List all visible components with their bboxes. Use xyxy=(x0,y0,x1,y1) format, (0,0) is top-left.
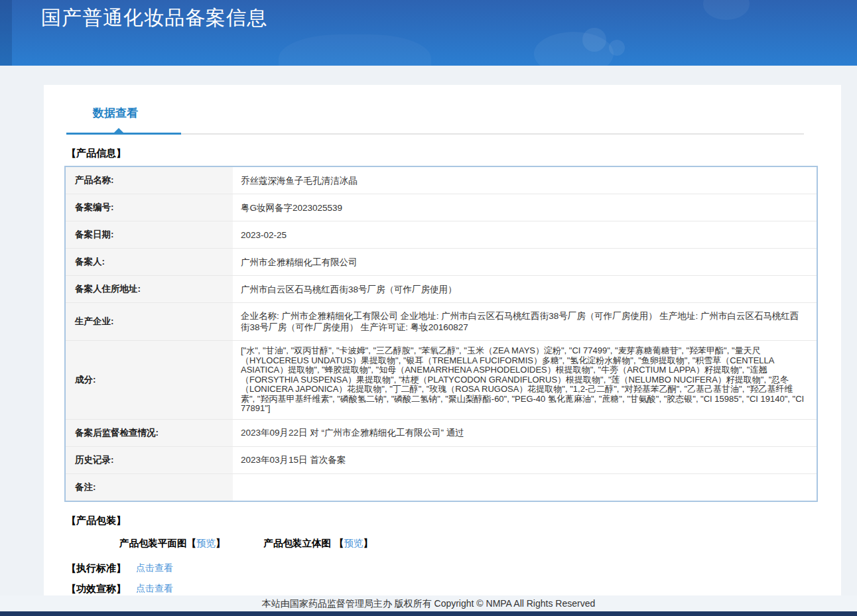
row-product-name: 产品名称: 乔丝蔻深海鱼子毛孔清洁冰晶 xyxy=(65,166,817,194)
field-label: 成分: xyxy=(65,341,233,420)
tab-divider-line xyxy=(66,133,804,135)
row-filer: 备案人: 广州市企雅精细化工有限公司 xyxy=(65,249,817,276)
field-label: 备案编号: xyxy=(65,194,233,221)
tab-bar: 数据查看 xyxy=(44,85,841,135)
packaging-stereo-preview-link[interactable]: 【预览】 xyxy=(334,538,373,548)
standard-section-title: 【执行标准】 xyxy=(66,562,126,575)
packaging-flat-item: 产品包装平面图【预览】 xyxy=(119,537,226,550)
field-value: ["水", "甘油", "双丙甘醇", "卡波姆", "三乙醇胺", "苯氧乙醇… xyxy=(233,341,817,420)
row-filing-number: 备案编号: 粤G妆网备字2023025539 xyxy=(65,194,817,221)
efficacy-click-view-link[interactable]: 点击查看 xyxy=(136,583,173,595)
header-left-band-decoration xyxy=(0,0,12,66)
field-label: 备注: xyxy=(65,473,233,501)
field-value: 企业名称: 广州市企雅精细化工有限公司 企业地址: 广州市白云区石马桃红西街38… xyxy=(233,303,817,341)
bracket-close: 】 xyxy=(216,538,226,548)
bracket-open: 【 xyxy=(334,538,344,548)
header-decoration xyxy=(582,28,606,52)
field-label: 历史记录: xyxy=(65,446,233,473)
packaging-stereo-label: 产品包装立体图 xyxy=(264,538,332,548)
packaging-stereo-item: 产品包装立体图【预览】 xyxy=(264,537,373,550)
page-title: 国产普通化妆品备案信息 xyxy=(41,5,267,32)
field-label: 备案后监督检查情况: xyxy=(65,419,233,446)
preview-link-text: 预览 xyxy=(196,538,216,548)
packaging-flat-preview-link[interactable]: 【预览】 xyxy=(187,538,226,548)
packaging-row: 产品包装平面图【预览】 产品包装立体图【预览】 xyxy=(119,537,841,550)
field-value: 2023-02-25 xyxy=(233,221,817,249)
bracket-close: 】 xyxy=(363,538,373,548)
field-value: 乔丝蔻深海鱼子毛孔清洁冰晶 xyxy=(233,166,817,194)
header-decoration xyxy=(279,34,431,66)
field-label: 产品名称: xyxy=(65,166,233,194)
field-label: 备案人: xyxy=(65,249,233,276)
row-ingredients: 成分: ["水", "甘油", "双丙甘醇", "卡波姆", "三乙醇胺", "… xyxy=(65,341,817,420)
standard-click-view-link[interactable]: 点击查看 xyxy=(136,562,173,574)
footer-bottom-bar xyxy=(0,611,857,616)
preview-link-text: 预览 xyxy=(344,538,363,548)
row-history: 历史记录: 2023年03月15日 首次备案 xyxy=(65,446,817,473)
packaging-section-title: 【产品包装】 xyxy=(66,515,841,527)
efficacy-section-title: 【功效宣称】 xyxy=(66,583,126,595)
product-info-section-title: 【产品信息】 xyxy=(66,147,841,160)
field-label: 生产企业: xyxy=(65,303,233,341)
packaging-flat-label: 产品包装平面图 xyxy=(119,538,187,548)
field-value: 广州市企雅精细化工有限公司 xyxy=(233,249,817,276)
row-manufacturer: 生产企业: 企业名称: 广州市企雅精细化工有限公司 企业地址: 广州市白云区石马… xyxy=(65,303,817,341)
bracket-open: 【 xyxy=(187,538,197,548)
row-filer-address: 备案人住所地址: 广州市白云区石马桃红西街38号厂房（可作厂房使用） xyxy=(65,276,817,303)
efficacy-row: 【功效宣称】 点击查看 xyxy=(66,583,841,595)
field-value xyxy=(233,473,817,501)
footer: 本站由国家药品监督管理局主办 版权所有 Copyright © NMPA All… xyxy=(0,595,857,611)
field-value: 粤G妆网备字2023025539 xyxy=(233,194,817,221)
standard-row: 【执行标准】 点击查看 xyxy=(66,562,841,575)
product-info-table: 产品名称: 乔丝蔻深海鱼子毛孔清洁冰晶 备案编号: 粤G妆网备字20230255… xyxy=(64,166,818,502)
field-value: 2023年09月22日 对 “广州市企雅精细化工有限公司” 通过 xyxy=(233,419,817,446)
footer-text: 本站由国家药品监督管理局主办 版权所有 Copyright © NMPA All… xyxy=(262,598,595,609)
row-remarks: 备注: xyxy=(65,473,817,501)
page-header: 国产普通化妆品备案信息 xyxy=(0,0,857,66)
row-filing-date: 备案日期: 2023-02-25 xyxy=(65,221,817,249)
row-supervision-check: 备案后监督检查情况: 2023年09月22日 对 “广州市企雅精细化工有限公司”… xyxy=(65,419,817,446)
field-value: 2023年03月15日 首次备案 xyxy=(233,446,817,473)
field-label: 备案日期: xyxy=(65,221,233,249)
header-decoration xyxy=(703,0,750,20)
field-label: 备案人住所地址: xyxy=(65,276,233,303)
field-value: 广州市白云区石马桃红西街38号厂房（可作厂房使用） xyxy=(233,276,817,303)
content-card: 数据查看 【产品信息】 产品名称: 乔丝蔻深海鱼子毛孔清洁冰晶 备案编号: 粤G… xyxy=(44,85,841,595)
active-tab-arrow-icon xyxy=(113,128,124,133)
header-decoration xyxy=(609,40,625,56)
